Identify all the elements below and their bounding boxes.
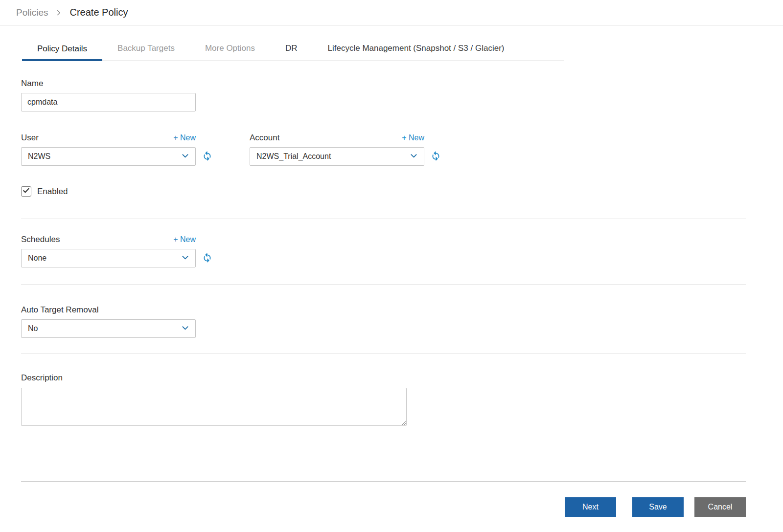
tab-policy-details[interactable]: Policy Details [22,39,102,61]
breadcrumb-policies-link[interactable]: Policies [16,7,48,18]
schedules-select-value: None [28,254,46,263]
description-label: Description [21,373,783,383]
schedules-label: Schedules [21,235,60,244]
enabled-checkbox-row[interactable]: Enabled [21,186,783,197]
tab-bar: Policy Details Backup Targets More Optio… [22,38,564,61]
schedules-refresh-button[interactable] [202,252,212,264]
breadcrumb: Policies Create Policy [0,0,783,25]
refresh-icon [431,151,441,162]
user-new-link[interactable]: + New [173,133,196,142]
description-field-group: Description [0,373,783,428]
schedules-field-group: Schedules + New None [0,235,783,267]
chevron-down-icon [410,152,417,161]
footer-actions: Next Save Cancel [0,497,783,517]
account-select-value: N2WS_Trial_Account [256,152,331,161]
schedules-new-link[interactable]: + New [173,235,196,244]
account-field-group: Account + New N2WS_Trial_Account [250,133,441,166]
account-label: Account [250,133,279,143]
chevron-down-icon [182,324,189,333]
chevron-right-icon [56,10,62,16]
name-label: Name [21,79,783,89]
tab-dr[interactable]: DR [270,38,313,61]
cancel-button[interactable]: Cancel [694,497,746,517]
refresh-icon [202,151,212,162]
enabled-checkbox[interactable] [21,186,31,197]
user-field-group: User + New N2WS [21,133,212,166]
account-select[interactable]: N2WS_Trial_Account [250,147,424,166]
user-select[interactable]: N2WS [21,147,196,166]
schedules-select[interactable]: None [21,249,196,267]
name-input[interactable] [21,93,196,111]
user-label: User [21,133,39,143]
user-account-row: User + New N2WS Account + New N2WS_Tr [0,133,783,166]
footer-divider [21,481,746,482]
checkmark-icon [23,187,30,196]
section-divider [21,219,746,219]
section-divider [21,353,746,354]
section-divider [21,284,746,285]
tab-more-options[interactable]: More Options [190,38,270,61]
account-refresh-button[interactable] [431,151,441,162]
user-select-value: N2WS [28,152,50,161]
name-field-group: Name [0,79,783,111]
tab-backup-targets[interactable]: Backup Targets [102,38,190,61]
description-textarea[interactable] [21,388,407,426]
save-button[interactable]: Save [632,497,684,517]
user-refresh-button[interactable] [202,151,212,162]
tab-lifecycle-management[interactable]: Lifecycle Management (Snapshot / S3 / Gl… [313,38,520,61]
page-title: Create Policy [69,7,128,18]
auto-target-removal-label: Auto Target Removal [21,305,783,315]
account-new-link[interactable]: + New [402,133,424,142]
enabled-label: Enabled [37,187,68,197]
next-button[interactable]: Next [565,497,616,517]
refresh-icon [202,252,212,264]
auto-target-removal-select[interactable]: No [21,319,196,338]
chevron-down-icon [182,152,189,161]
auto-target-removal-field-group: Auto Target Removal No [0,305,783,338]
enabled-field-group: Enabled [0,186,783,197]
auto-target-removal-select-value: No [28,324,38,333]
chevron-down-icon [182,254,189,263]
